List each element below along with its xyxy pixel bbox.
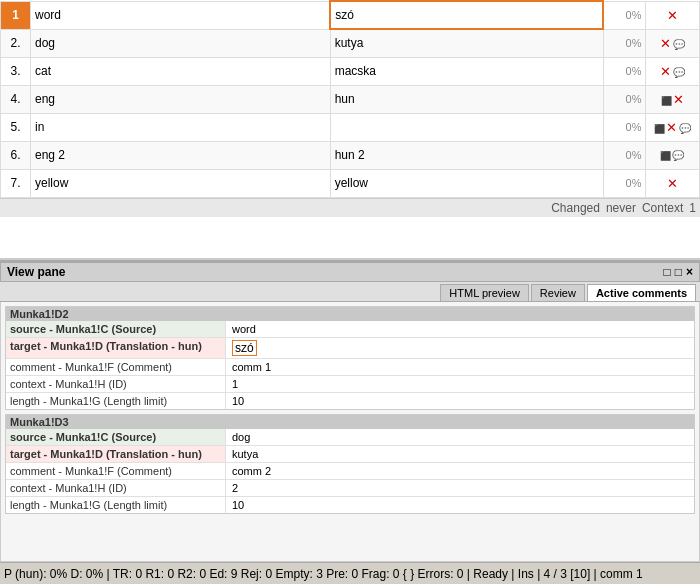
actions-cell[interactable]: ⬛✕: [646, 85, 700, 113]
table-row[interactable]: 2.dogkutya0%✕💬: [1, 29, 700, 57]
close-icon[interactable]: ×: [686, 265, 693, 279]
segment-label: source - Munka1!C (Source): [6, 321, 226, 337]
target-cell[interactable]: kutya: [330, 29, 603, 57]
table-row[interactable]: 1wordszó0%✕: [1, 1, 700, 29]
delete-icon[interactable]: ✕: [666, 120, 677, 135]
main-table-area: 1wordszó0%✕2.dogkutya0%✕💬3.catmacska0%✕💬…: [0, 0, 700, 260]
translation-table: 1wordszó0%✕2.dogkutya0%✕💬3.catmacska0%✕💬…: [0, 0, 700, 198]
source-cell: word: [30, 1, 330, 29]
delete-icon[interactable]: ✕: [667, 176, 678, 191]
segment-block: Munka1!D2source - Munka1!C (Source)wordt…: [5, 306, 695, 410]
percentage-cell: 0%: [603, 29, 646, 57]
segment-value: dog: [226, 429, 694, 445]
segment-label: context - Munka1!H (ID): [6, 376, 226, 392]
delete-icon[interactable]: ✕: [667, 8, 678, 23]
comment-icon[interactable]: 💬: [673, 39, 685, 50]
source-cell: dog: [30, 29, 330, 57]
comment-icon[interactable]: 💬: [679, 123, 691, 134]
tab-active-comments[interactable]: Active comments: [587, 284, 696, 301]
percentage-cell: 0%: [603, 113, 646, 141]
segment-row: length - Munka1!G (Length limit)10: [6, 497, 694, 513]
status-text: P (hun): 0% D: 0% | TR: 0 R1: 0 R2: 0 Ed…: [4, 567, 643, 581]
segment-value: word: [226, 321, 694, 337]
target-cell[interactable]: hun 2: [330, 141, 603, 169]
delete-icon[interactable]: ✕: [673, 92, 684, 107]
row-number: 4.: [1, 85, 31, 113]
target-cell[interactable]: yellow: [330, 169, 603, 197]
table-row[interactable]: 4.enghun0%⬛✕: [1, 85, 700, 113]
target-cell[interactable]: [330, 113, 603, 141]
segment-value[interactable]: kutya: [226, 446, 694, 462]
delete-icon[interactable]: ✕: [660, 36, 671, 51]
actions-cell[interactable]: ✕: [646, 169, 700, 197]
segment-block: Munka1!D3source - Munka1!C (Source)dogta…: [5, 414, 695, 514]
segment-label: target - Munka1!D (Translation - hun): [6, 446, 226, 462]
row-number: 7.: [1, 169, 31, 197]
segment-id: Munka1!D3: [6, 415, 694, 429]
segment-row: source - Munka1!C (Source)dog: [6, 429, 694, 446]
row-number: 2.: [1, 29, 31, 57]
source-cell: yellow: [30, 169, 330, 197]
row-number: 6.: [1, 141, 31, 169]
context-label: Context: [642, 201, 683, 215]
status-bar: P (hun): 0% D: 0% | TR: 0 R1: 0 R2: 0 Ed…: [0, 562, 700, 584]
tab-html-preview[interactable]: HTML preview: [440, 284, 529, 301]
segment-value: 10: [226, 393, 694, 409]
tab-review[interactable]: Review: [531, 284, 585, 301]
segment-row: comment - Munka1!F (Comment)comm 1: [6, 359, 694, 376]
delete-icon[interactable]: ✕: [660, 64, 671, 79]
changed-label: Changed: [551, 201, 600, 215]
segment-label: comment - Munka1!F (Comment): [6, 463, 226, 479]
segment-label: length - Munka1!G (Length limit): [6, 393, 226, 409]
percentage-cell: 0%: [603, 57, 646, 85]
target-cell[interactable]: szó: [330, 1, 603, 29]
segment-label: source - Munka1!C (Source): [6, 429, 226, 445]
segment-row: source - Munka1!C (Source)word: [6, 321, 694, 338]
comment-icon[interactable]: 💬: [673, 67, 685, 78]
minimize-icon[interactable]: □: [663, 265, 670, 279]
segment-value: 10: [226, 497, 694, 513]
comment-icon[interactable]: 💬: [672, 150, 684, 161]
row-number: 3.: [1, 57, 31, 85]
maximize-icon[interactable]: □: [675, 265, 682, 279]
actions-cell[interactable]: ⬛✕💬: [646, 113, 700, 141]
view-pane-header: View pane □ □ ×: [0, 262, 700, 282]
source-cell: eng: [30, 85, 330, 113]
segment-label: length - Munka1!G (Length limit): [6, 497, 226, 513]
view-pane-content[interactable]: Munka1!D2source - Munka1!C (Source)wordt…: [0, 302, 700, 562]
segment-row: comment - Munka1!F (Comment)comm 2: [6, 463, 694, 480]
segment-value: 1: [226, 376, 694, 392]
check-icon[interactable]: ⬛: [661, 96, 672, 106]
check-icon[interactable]: ⬛: [654, 124, 665, 134]
actions-cell[interactable]: ⬛💬: [646, 141, 700, 169]
actions-cell[interactable]: ✕💬: [646, 29, 700, 57]
view-pane-tabs: HTML preview Review Active comments: [0, 282, 700, 302]
target-cell[interactable]: hun: [330, 85, 603, 113]
segment-id: Munka1!D2: [6, 307, 694, 321]
table-footer: Changed never Context 1: [0, 198, 700, 217]
segment-value: comm 2: [226, 463, 694, 479]
segment-row: target - Munka1!D (Translation - hun)kut…: [6, 446, 694, 463]
source-cell: in: [30, 113, 330, 141]
segment-label: comment - Munka1!F (Comment): [6, 359, 226, 375]
view-pane: View pane □ □ × HTML preview Review Acti…: [0, 260, 700, 562]
segment-value[interactable]: szó: [226, 338, 694, 358]
actions-cell[interactable]: ✕💬: [646, 57, 700, 85]
segment-row: context - Munka1!H (ID)1: [6, 376, 694, 393]
context-value: 1: [689, 201, 696, 215]
table-row[interactable]: 3.catmacska0%✕💬: [1, 57, 700, 85]
table-row[interactable]: 7.yellowyellow0%✕: [1, 169, 700, 197]
segment-row: length - Munka1!G (Length limit)10: [6, 393, 694, 409]
percentage-cell: 0%: [603, 85, 646, 113]
table-row[interactable]: 5.in0%⬛✕💬: [1, 113, 700, 141]
table-row[interactable]: 6.eng 2hun 20%⬛💬: [1, 141, 700, 169]
source-cell: cat: [30, 57, 330, 85]
segment-value: comm 1: [226, 359, 694, 375]
changed-value: never: [606, 201, 636, 215]
target-cell[interactable]: macska: [330, 57, 603, 85]
row-number: 5.: [1, 113, 31, 141]
segment-value: 2: [226, 480, 694, 496]
check-icon[interactable]: ⬛: [660, 151, 671, 161]
actions-cell[interactable]: ✕: [646, 1, 700, 29]
percentage-cell: 0%: [603, 1, 646, 29]
